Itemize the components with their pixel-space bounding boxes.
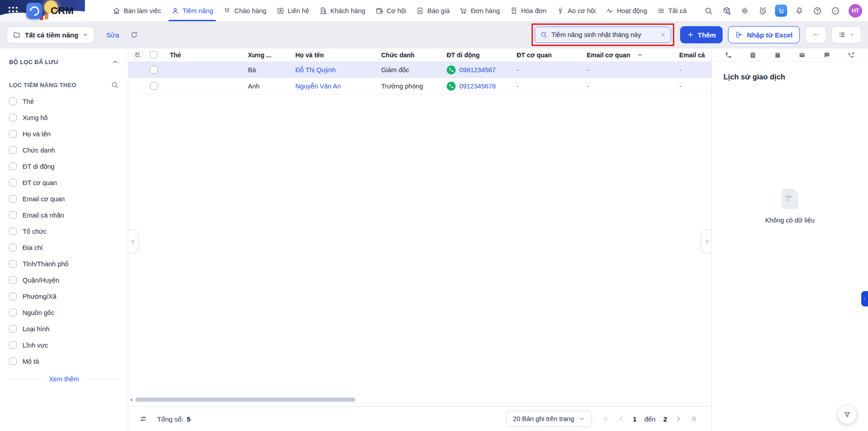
call-icon[interactable] [447,82,456,91]
checkbox[interactable] [9,211,17,219]
filter-the[interactable]: Thẻ [9,97,119,105]
nav-ban-lam-viec[interactable]: Bàn làm việc [107,0,166,21]
call-icon[interactable] [447,65,456,74]
view-selector[interactable]: Tất cả tiềm năng [7,27,94,43]
more-actions-button[interactable] [805,26,826,43]
checkbox[interactable] [9,195,17,203]
cell-mobile[interactable]: 0912345678 [447,82,517,91]
saved-filters-header[interactable]: BỘ LỌC ĐÃ LƯU [9,58,119,65]
app-launcher-icon[interactable] [8,6,18,16]
checkbox[interactable] [9,325,17,333]
nav-hoa-don[interactable]: Hóa đơn [505,0,551,21]
edit-view-link[interactable]: Sửa [106,31,119,39]
filter-xung-ho[interactable]: Xưng hô [9,114,119,121]
checkbox[interactable] [9,357,17,365]
search-input[interactable] [551,31,656,38]
package-search-button[interactable] [719,3,734,19]
table-search-box[interactable] [535,27,671,43]
checkbox[interactable] [9,162,17,170]
filter-dt-co-quan[interactable]: ĐT cơ quan [9,179,119,186]
nav-don-hang[interactable]: Đơn hàng [454,0,504,21]
column-header-salutation[interactable]: Xưng ... [248,51,295,59]
checkbox[interactable] [9,292,17,300]
checkbox[interactable] [9,309,17,316]
checkbox[interactable] [9,227,17,235]
collapse-sidebar-handle[interactable] [128,230,138,253]
notifications-button[interactable] [792,3,807,19]
nav-tat-ca[interactable]: Tất cả [652,0,691,21]
outgoing-call-icon[interactable] [848,51,855,59]
global-search-button[interactable] [701,3,716,19]
cell-name-link[interactable]: Nguyễn Văn An [295,83,381,90]
filter-nguon-goc[interactable]: Nguồn gốc [9,309,119,316]
settings-button[interactable] [737,3,752,19]
checkbox[interactable] [9,244,17,251]
column-header-office-email[interactable]: Email cơ quan [587,51,679,59]
cell-name-link[interactable]: Đỗ Thị Quỳnh [295,66,381,74]
panel-collapse-tab[interactable] [861,291,868,306]
filter-ho-va-ten[interactable]: Họ và tên [9,130,119,138]
checkbox[interactable] [9,179,17,186]
nav-khach-hang[interactable]: Khách hàng [314,0,370,21]
checkbox[interactable] [9,341,17,349]
filter-loai-hinh[interactable]: Loại hình [9,325,119,333]
horizontal-scrollbar[interactable] [132,398,708,402]
calendar-icon[interactable] [774,51,781,59]
help-button[interactable] [810,3,825,19]
checkbox[interactable] [9,114,17,121]
checkbox[interactable] [9,97,17,105]
previous-page-button[interactable] [618,415,625,422]
row-checkbox[interactable] [150,66,158,74]
filter-dt-di-dong[interactable]: ĐT di động [9,162,119,170]
filter-fab-button[interactable] [838,406,856,424]
column-header-mobile[interactable]: ĐT di động [447,51,517,59]
user-avatar[interactable]: HT [849,4,862,18]
page-size-select[interactable]: 20 Bản ghi trên trang [506,411,592,427]
add-button[interactable]: Thêm [680,26,723,43]
refresh-button[interactable] [130,31,138,39]
filter-linh-vuc[interactable]: Lĩnh vực [9,341,119,349]
column-header-tag[interactable]: Thẻ [170,51,248,59]
last-page-button[interactable] [690,415,697,422]
table-row[interactable]: Anh Nguyễn Văn An Trưởng phòng 091234567… [128,78,711,94]
phone-icon[interactable] [725,51,732,59]
crm-logo-icon[interactable] [26,3,42,19]
table-row[interactable]: Bà Đỗ Thị Quỳnh Giám đốc 0981234567 - - … [128,62,711,78]
add-column-button[interactable] [132,49,143,60]
column-header-office-phone[interactable]: ĐT cơ quan [517,51,587,59]
cell-mobile[interactable]: 0981234567 [447,65,517,74]
filter-quan-huyen[interactable]: Quận/Huyện [9,276,119,284]
column-header-name[interactable]: Họ và tên [295,51,381,59]
column-header-personal-email[interactable]: Email cá [679,51,711,59]
filter-chuc-danh[interactable]: Chức danh [9,146,119,154]
row-checkbox[interactable] [150,82,158,90]
checkbox[interactable] [9,260,17,268]
store-button[interactable] [775,5,787,17]
next-page-button[interactable] [675,415,682,422]
task-clipboard-icon[interactable] [749,51,756,59]
more-apps-button[interactable] [828,3,843,19]
filter-dia-chi[interactable]: Địa chỉ [9,244,119,251]
filter-to-chuc[interactable]: Tổ chức [9,227,119,235]
nav-chao-hang[interactable]: Chào hàng [218,0,271,21]
reminder-button[interactable] [755,3,770,19]
expand-detail-handle[interactable] [701,230,711,253]
show-more-link[interactable]: Xem thêm [9,375,119,383]
mail-icon[interactable] [798,51,806,59]
chat-icon[interactable] [823,51,831,59]
import-excel-button[interactable]: Nhập từ Excel [728,26,800,43]
clear-search-button[interactable] [660,32,666,38]
column-filter-icon[interactable] [636,51,644,59]
table-settings-button[interactable] [139,415,147,423]
checkbox[interactable] [9,130,17,138]
nav-hoat-dong[interactable]: Hoạt động [601,0,652,21]
filter-mo-ta[interactable]: Mô tả [9,357,119,365]
scrollbar-thumb[interactable] [135,398,355,402]
layout-toggle-button[interactable] [831,26,861,43]
nav-co-hoi[interactable]: Cơ hội [370,0,411,21]
checkbox[interactable] [9,276,17,284]
nav-ao-co-hoi[interactable]: Ao cơ hội [551,0,601,21]
filter-phuong-xa[interactable]: Phường/Xã [9,292,119,300]
checkbox[interactable] [9,146,17,154]
column-header-title[interactable]: Chức danh [381,51,447,59]
